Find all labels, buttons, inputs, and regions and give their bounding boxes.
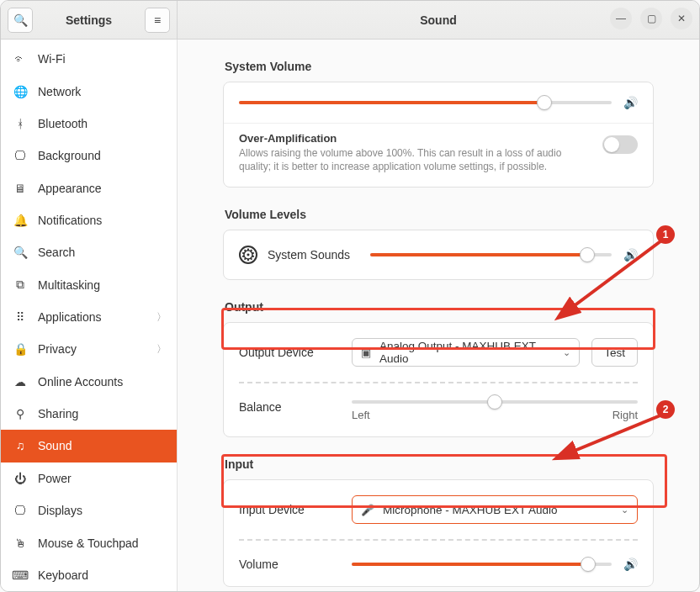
sidebar-item-label: Keyboard	[38, 568, 88, 582]
sidebar-item-label: Wi-Fi	[38, 52, 66, 66]
sidebar-item-network[interactable]: 🌐Network	[1, 75, 177, 107]
sidebar: ᯤWi-Fi🌐NetworkᚼBluetooth🖵Background🖥Appe…	[1, 40, 178, 591]
appear-icon: 🖥	[13, 182, 28, 195]
sidebar-item-label: Mouse & Touchpad	[38, 536, 139, 550]
content[interactable]: System Volume 🔊 Over-Amplification Allow	[178, 40, 699, 591]
app-title: Settings	[33, 13, 145, 27]
minimize-icon: —	[616, 13, 626, 24]
sidebar-item-label: Appearance	[38, 182, 102, 195]
section-system-volume: System Volume	[225, 60, 654, 73]
balance-right: Right	[612, 409, 638, 421]
speaker-icon: 🔊	[623, 558, 638, 571]
system-sounds-label: System Sounds	[268, 248, 350, 262]
sidebar-item-online-accounts[interactable]: ☁Online Accounts	[1, 366, 177, 398]
system-volume-card: 🔊 Over-Amplification Allows raising the …	[223, 82, 654, 188]
maximize-button[interactable]: ▢	[640, 8, 662, 29]
bg-icon: 🖵	[13, 149, 28, 162]
system-sounds-row: System Sounds 🔊	[224, 230, 653, 279]
sidebar-item-label: Power	[38, 472, 72, 485]
sidebar-item-label: Privacy	[38, 342, 77, 356]
output-device-row: Output Device ▣ Analog Output - MAXHUB E…	[224, 323, 653, 382]
section-input: Input	[225, 457, 654, 471]
settings-window: 🔍 Settings ≡ Sound — ▢ ✕ ᯤWi-Fi🌐Networkᚼ…	[0, 0, 700, 592]
globe-icon: 🌐	[13, 85, 28, 98]
overamp-title: Over-Amplification	[239, 132, 591, 145]
sidebar-item-label: Sound	[38, 439, 72, 452]
bt-icon: ᚼ	[13, 117, 28, 130]
system-sounds-slider[interactable]	[370, 253, 612, 256]
section-volume-levels: Volume Levels	[225, 208, 654, 221]
sidebar-item-bluetooth[interactable]: ᚼBluetooth	[1, 108, 177, 140]
window-controls: — ▢ ✕	[610, 8, 692, 29]
sidebar-item-mouse-touchpad[interactable]: 🖱Mouse & Touchpad	[1, 526, 177, 558]
balance-left: Left	[352, 409, 370, 421]
sound-icon: ♫	[13, 439, 28, 452]
search-icon: 🔍	[13, 246, 28, 259]
sidebar-item-search[interactable]: 🔍Search	[1, 236, 177, 268]
bell-icon: 🔔	[13, 214, 28, 227]
card-icon: ▣	[361, 346, 371, 359]
wifi-icon: ᯤ	[13, 52, 28, 66]
body: ᯤWi-Fi🌐NetworkᚼBluetooth🖵Background🖥Appe…	[1, 40, 699, 591]
output-card: Output Device ▣ Analog Output - MAXHUB E…	[223, 322, 654, 437]
sidebar-item-multitasking[interactable]: ⧉Multitasking	[1, 269, 177, 301]
system-volume-slider[interactable]	[239, 101, 612, 104]
speaker-icon: 🔊	[623, 248, 638, 262]
sidebar-item-notifications[interactable]: 🔔Notifications	[1, 204, 177, 236]
sidebar-item-appearance[interactable]: 🖥Appearance	[1, 172, 177, 204]
sidebar-item-label: Search	[38, 246, 75, 259]
close-button[interactable]: ✕	[671, 8, 692, 29]
apps-icon: ⠿	[13, 310, 28, 324]
overamp-desc: Allows raising the volume above 100%. Th…	[239, 146, 591, 173]
input-volume-row: Volume 🔊	[224, 542, 653, 586]
balance-slider[interactable]	[352, 400, 638, 404]
sidebar-item-label: Applications	[38, 310, 102, 324]
titlebar-left: 🔍 Settings ≡	[1, 1, 178, 39]
input-card: Input Device 🎤 Microphone - MAXHUB EXT A…	[223, 479, 654, 587]
sidebar-item-applications[interactable]: ⠿Applications〉	[1, 301, 177, 333]
sidebar-item-label: Sharing	[38, 407, 78, 420]
sidebar-item-sharing[interactable]: ⚲Sharing	[1, 398, 177, 430]
output-device-value: Analog Output - MAXHUB EXT Audio	[379, 340, 554, 365]
sidebar-item-privacy[interactable]: 🔒Privacy〉	[1, 333, 177, 365]
sidebar-item-power[interactable]: ⏻Power	[1, 462, 177, 494]
share-icon: ⚲	[13, 407, 28, 420]
balance-row: Balance Left Right	[224, 385, 653, 436]
balance-label: Balance	[239, 400, 340, 414]
over-amplification-row: Over-Amplification Allows raising the vo…	[224, 123, 653, 187]
speaker-icon: 🔊	[623, 96, 638, 109]
input-device-row: Input Device 🎤 Microphone - MAXHUB EXT A…	[224, 480, 653, 539]
sidebar-item-label: Background	[38, 149, 101, 162]
divider-dashed	[239, 539, 638, 541]
input-device-select[interactable]: 🎤 Microphone - MAXHUB EXT Audio ⌄	[352, 495, 638, 524]
input-volume-slider[interactable]	[352, 563, 612, 566]
sidebar-item-wi-fi[interactable]: ᯤWi-Fi	[1, 43, 177, 75]
sidebar-item-sound[interactable]: ♫Sound	[1, 430, 177, 462]
sidebar-item-background[interactable]: 🖵Background	[1, 140, 177, 172]
chevron-down-icon: ⌄	[563, 347, 570, 358]
sidebar-item-label: Notifications	[38, 214, 102, 227]
menu-button[interactable]: ≡	[145, 8, 170, 33]
test-button[interactable]: Test	[591, 338, 638, 367]
sidebar-item-label: Online Accounts	[38, 375, 123, 388]
search-button[interactable]: 🔍	[8, 8, 33, 33]
cloud-icon: ☁	[13, 375, 28, 388]
minimize-button[interactable]: —	[610, 8, 632, 29]
input-volume-label: Volume	[239, 558, 340, 571]
sidebar-item-label: Network	[38, 85, 81, 98]
volume-levels-card: System Sounds 🔊	[223, 230, 654, 280]
overamp-toggle[interactable]	[602, 135, 638, 154]
chevron-right-icon: 〉	[156, 310, 167, 325]
sidebar-item-keyboard[interactable]: ⌨Keyboard	[1, 559, 177, 591]
maximize-icon: ▢	[647, 13, 656, 24]
lock-icon: 🔒	[13, 342, 28, 356]
output-device-select[interactable]: ▣ Analog Output - MAXHUB EXT Audio ⌄	[352, 338, 580, 367]
input-device-label: Input Device	[239, 503, 340, 516]
disp-icon: 🖵	[13, 504, 28, 517]
output-device-label: Output Device	[239, 346, 340, 359]
sidebar-item-label: Displays	[38, 504, 82, 517]
sidebar-item-label: Bluetooth	[38, 117, 88, 130]
chevron-down-icon: ⌄	[621, 505, 628, 515]
power-icon: ⏻	[13, 472, 28, 485]
sidebar-item-displays[interactable]: 🖵Displays	[1, 494, 177, 526]
